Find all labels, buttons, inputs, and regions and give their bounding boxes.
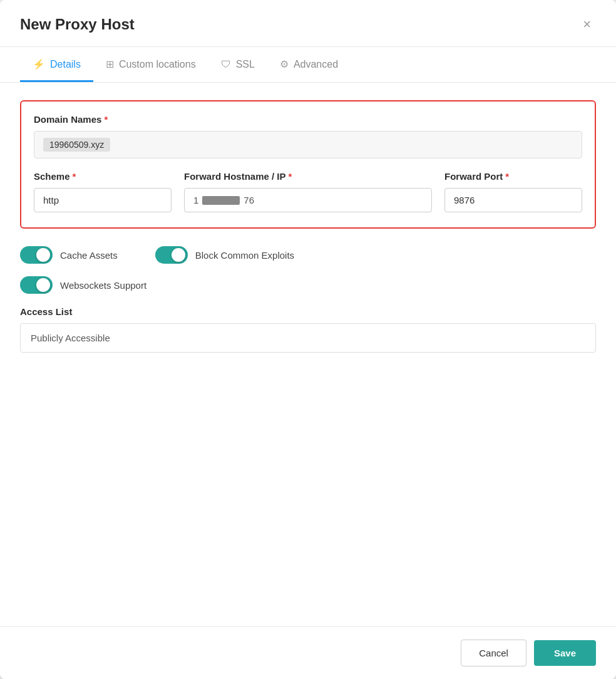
toggles-row-1: Cache Assets Block Common Exploits xyxy=(20,246,596,264)
tab-advanced-label: Advanced xyxy=(294,59,338,70)
scheme-label: Scheme * xyxy=(34,171,172,182)
block-exploits-label: Block Common Exploits xyxy=(195,250,294,261)
required-star-scheme: * xyxy=(73,171,76,182)
required-star-hostname: * xyxy=(289,171,292,182)
modal-footer: Cancel Save xyxy=(0,626,616,679)
cache-assets-label: Cache Assets xyxy=(60,250,118,261)
new-proxy-host-modal: New Proxy Host × ⚡ Details ⊞ Custom loca… xyxy=(0,0,616,679)
domain-names-label: Domain Names * xyxy=(34,114,582,125)
layers-icon: ⊞ xyxy=(106,58,114,70)
tab-bar: ⚡ Details ⊞ Custom locations 🛡 SSL ⚙ Adv… xyxy=(0,47,616,83)
hostname-suffix: 76 xyxy=(244,195,254,205)
forward-port-group: Forward Port * xyxy=(444,171,582,212)
forward-hostname-group: Forward Hostname / IP * 1 76 xyxy=(184,171,432,212)
shield-icon: 🛡 xyxy=(221,59,231,70)
tab-advanced[interactable]: ⚙ Advanced xyxy=(267,47,351,82)
tab-details-label: Details xyxy=(50,59,81,70)
block-exploits-toggle-item: Block Common Exploits xyxy=(155,246,294,264)
websockets-label: Websockets Support xyxy=(60,280,146,291)
modal-title: New Proxy Host xyxy=(20,16,135,33)
domain-names-input[interactable]: 19960509.xyz xyxy=(34,131,582,158)
cache-assets-toggle-item: Cache Assets xyxy=(20,246,118,264)
cache-assets-toggle[interactable] xyxy=(20,246,53,264)
scheme-input[interactable] xyxy=(34,188,172,212)
tab-custom-locations-label: Custom locations xyxy=(119,59,196,70)
forward-port-label: Forward Port * xyxy=(444,171,582,182)
three-col-row: Scheme * Forward Hostname / IP * 1 76 xyxy=(34,171,582,212)
cancel-button[interactable]: Cancel xyxy=(461,640,526,666)
lightning-icon: ⚡ xyxy=(33,58,45,70)
access-list-section: Access List xyxy=(20,306,596,353)
forward-hostname-label: Forward Hostname / IP * xyxy=(184,171,432,182)
access-list-input[interactable] xyxy=(20,323,596,353)
tab-custom-locations[interactable]: ⊞ Custom locations xyxy=(93,47,208,82)
gear-icon: ⚙ xyxy=(280,58,289,70)
websockets-toggle-item: Websockets Support xyxy=(20,276,146,294)
websockets-toggle[interactable] xyxy=(20,276,53,294)
save-button[interactable]: Save xyxy=(534,640,596,666)
tab-ssl[interactable]: 🛡 SSL xyxy=(208,48,267,82)
close-button[interactable]: × xyxy=(578,15,596,34)
form-section: Domain Names * 19960509.xyz Scheme * For… xyxy=(20,100,596,229)
block-exploits-toggle[interactable] xyxy=(155,246,188,264)
forward-port-input[interactable] xyxy=(444,188,582,212)
modal-body: Domain Names * 19960509.xyz Scheme * For… xyxy=(0,83,616,626)
domain-tag: 19960509.xyz xyxy=(43,138,110,152)
tab-details[interactable]: ⚡ Details xyxy=(20,47,93,82)
forward-hostname-input[interactable]: 1 76 xyxy=(184,188,432,212)
required-star-port: * xyxy=(505,171,509,182)
modal-header: New Proxy Host × xyxy=(0,0,616,47)
tab-ssl-label: SSL xyxy=(236,59,255,70)
required-star-domain: * xyxy=(104,114,108,125)
ip-blurred xyxy=(202,196,240,205)
toggles-row-2: Websockets Support xyxy=(20,276,596,294)
scheme-group: Scheme * xyxy=(34,171,172,212)
access-list-label: Access List xyxy=(20,306,596,317)
